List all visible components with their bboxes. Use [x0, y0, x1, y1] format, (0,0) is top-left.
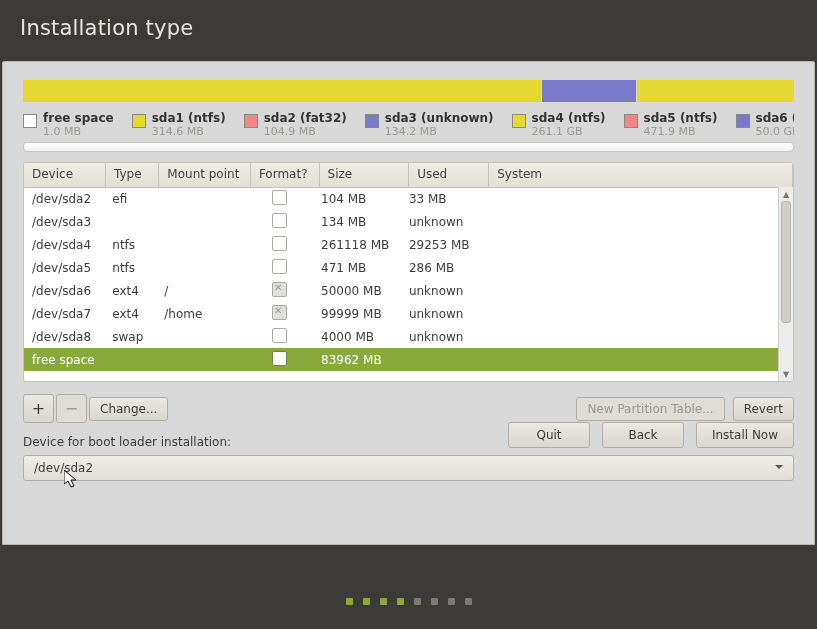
cell-type: efi: [104, 192, 156, 206]
cell-used: unknown: [401, 215, 479, 229]
scroll-down-icon[interactable]: ▼: [779, 367, 793, 381]
format-checkbox[interactable]: [272, 236, 287, 251]
format-checkbox[interactable]: [272, 351, 287, 366]
cell-type: ntfs: [104, 261, 156, 275]
table-row[interactable]: free space83962 MB: [24, 348, 779, 371]
cell-device: /dev/sda5: [24, 261, 104, 275]
table-row[interactable]: /dev/sda6ext4/50000 MBunknown: [24, 279, 779, 302]
legend-swatch: [512, 114, 526, 128]
cell-type: swap: [104, 330, 156, 344]
legend-size: 50.0 GB: [756, 126, 795, 139]
table-row[interactable]: /dev/sda2efi104 MB33 MB: [24, 187, 779, 210]
cell-size: 471 MB: [313, 261, 401, 275]
legend-swatch: [736, 114, 750, 128]
page-title: Installation type: [20, 16, 193, 40]
column-header[interactable]: Format?: [251, 163, 320, 187]
remove-partition-button[interactable]: −: [56, 394, 87, 423]
pager-pip: [397, 598, 404, 605]
cell-used: 33 MB: [401, 192, 479, 206]
install-button[interactable]: Install Now: [696, 422, 794, 448]
pager-pip: [448, 598, 455, 605]
revert-button[interactable]: Revert: [733, 397, 794, 421]
legend-name: sda2 (fat32): [264, 112, 347, 126]
back-button[interactable]: Back: [602, 422, 684, 448]
legend-name: sda3 (unknown): [385, 112, 494, 126]
partition-legend: free space1.0 MBsda1 (ntfs)314.6 MBsda2 …: [23, 112, 794, 138]
column-header[interactable]: System: [489, 163, 793, 187]
format-checkbox[interactable]: [272, 282, 287, 297]
scroll-thumb[interactable]: [781, 201, 791, 323]
cell-used: unknown: [401, 330, 479, 344]
format-checkbox[interactable]: [272, 190, 287, 205]
cell-size: 104 MB: [313, 192, 401, 206]
cell-used: unknown: [401, 307, 479, 321]
legend-item: sda1 (ntfs)314.6 MB: [132, 112, 226, 138]
table-scrollbar[interactable]: ▲ ▼: [778, 187, 793, 381]
cell-device: /dev/sda8: [24, 330, 104, 344]
add-partition-button[interactable]: +: [23, 394, 54, 423]
cell-device: /dev/sda7: [24, 307, 104, 321]
cell-type: ext4: [104, 284, 156, 298]
table-row[interactable]: /dev/sda3134 MBunknown: [24, 210, 779, 233]
legend-size: 134.2 MB: [385, 126, 494, 139]
change-partition-button[interactable]: Change...: [89, 397, 168, 421]
cell-size: 261118 MB: [313, 238, 401, 252]
boot-loader-device-value: /dev/sda2: [34, 461, 93, 475]
cell-device: /dev/sda3: [24, 215, 104, 229]
legend-item: sda5 (ntfs)471.9 MB: [624, 112, 718, 138]
legend-size: 261.1 GB: [532, 126, 606, 139]
legend-size: 314.6 MB: [152, 126, 226, 139]
cell-device: /dev/sda4: [24, 238, 104, 252]
pager-pip: [431, 598, 438, 605]
legend-name: sda6 (ext4): [756, 112, 795, 126]
quit-button[interactable]: Quit: [508, 422, 590, 448]
format-checkbox[interactable]: [272, 305, 287, 320]
format-checkbox[interactable]: [272, 213, 287, 228]
cell-device: free space: [24, 353, 104, 367]
format-checkbox[interactable]: [272, 328, 287, 343]
pager-pip: [414, 598, 421, 605]
table-row[interactable]: /dev/sda5ntfs471 MB286 MB: [24, 256, 779, 279]
cell-used: 286 MB: [401, 261, 479, 275]
progress-pager: [0, 598, 817, 605]
new-partition-table-button[interactable]: New Partition Table...: [576, 397, 724, 421]
cell-device: /dev/sda6: [24, 284, 104, 298]
cell-size: 134 MB: [313, 215, 401, 229]
table-row[interactable]: /dev/sda4ntfs261118 MB29253 MB: [24, 233, 779, 256]
legend-size: 471.9 MB: [644, 126, 718, 139]
table-row[interactable]: /dev/sda7ext4/home99999 MBunknown: [24, 302, 779, 325]
legend-item: sda3 (unknown)134.2 MB: [365, 112, 494, 138]
legend-name: sda5 (ntfs): [644, 112, 718, 126]
table-row[interactable]: /dev/sda8swap4000 MBunknown: [24, 325, 779, 348]
legend-name: sda4 (ntfs): [532, 112, 606, 126]
legend-name: free space: [43, 112, 114, 126]
cell-type: ext4: [104, 307, 156, 321]
pager-pip: [346, 598, 353, 605]
legend-item: free space1.0 MB: [23, 112, 114, 138]
column-header[interactable]: Device: [24, 163, 106, 187]
cell-size: 99999 MB: [313, 307, 401, 321]
column-header[interactable]: Size: [320, 163, 410, 187]
legend-scrollbar[interactable]: [23, 142, 794, 152]
cell-size: 4000 MB: [313, 330, 401, 344]
legend-item: sda6 (ext4)50.0 GB: [736, 112, 795, 138]
column-header[interactable]: Type: [106, 163, 159, 187]
legend-size: 1.0 MB: [43, 126, 114, 139]
column-header[interactable]: Mount point: [159, 163, 251, 187]
legend-swatch: [624, 114, 638, 128]
partition-table: DeviceTypeMount pointFormat?SizeUsedSyst…: [23, 162, 794, 382]
legend-size: 104.9 MB: [264, 126, 347, 139]
column-header[interactable]: Used: [409, 163, 489, 187]
pager-pip: [363, 598, 370, 605]
legend-swatch: [365, 114, 379, 128]
cell-size: 50000 MB: [313, 284, 401, 298]
boot-loader-device-select[interactable]: /dev/sda2: [23, 455, 794, 481]
legend-name: sda1 (ntfs): [152, 112, 226, 126]
scroll-up-icon[interactable]: ▲: [779, 187, 793, 201]
cell-type: ntfs: [104, 238, 156, 252]
cell-mount: /: [156, 284, 246, 298]
legend-item: sda4 (ntfs)261.1 GB: [512, 112, 606, 138]
format-checkbox[interactable]: [272, 259, 287, 274]
cell-mount: /home: [156, 307, 246, 321]
pager-pip: [465, 598, 472, 605]
